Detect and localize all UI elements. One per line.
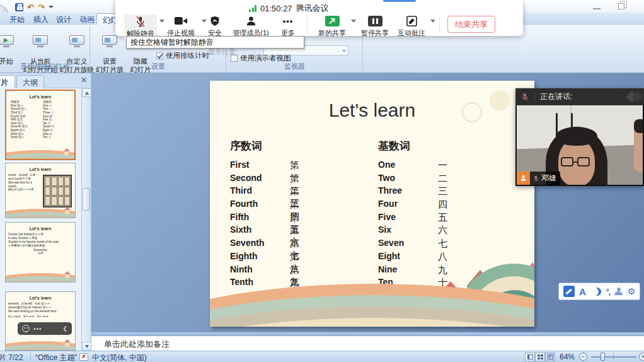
vocab-row: Seventh第七 bbox=[230, 238, 264, 251]
more-dots-icon[interactable]: ••• bbox=[33, 325, 42, 332]
vocab-en: Fourth bbox=[230, 199, 258, 209]
slide-thumbnail[interactable]: Let's learn October [ɒkˈtəʊbə(r)] n.十月 i… bbox=[5, 222, 76, 283]
minimize-icon bbox=[593, 4, 601, 9]
camera-icon bbox=[167, 15, 195, 27]
scrollbar-thumb[interactable] bbox=[83, 188, 90, 211]
scroll-up-button[interactable] bbox=[82, 88, 91, 97]
slide-indicator: 幻灯片 7/22 bbox=[0, 353, 23, 362]
customize-qat-icon[interactable] bbox=[49, 6, 54, 8]
manage-members-button[interactable]: 管理成员(1) bbox=[230, 15, 272, 38]
redo-icon[interactable]: ↷ bbox=[38, 3, 45, 11]
annotate-button[interactable]: 互动批注 bbox=[395, 15, 428, 38]
slide-sorter-button[interactable] bbox=[535, 353, 545, 361]
mute-tooltip: 按住空格键暂时解除静音 bbox=[126, 36, 304, 49]
slide-sorter-icon bbox=[538, 354, 543, 359]
vocab-en: Second bbox=[230, 173, 262, 183]
view-mode-buttons bbox=[525, 353, 555, 361]
security-button[interactable]: 安全 bbox=[208, 15, 222, 38]
slide-thumbnail[interactable]: Let's learn month [mʌnθ] n.月 next month下… bbox=[5, 163, 76, 218]
vocab-cn: 四 bbox=[438, 199, 447, 211]
calendar-grid-image bbox=[43, 175, 72, 207]
vocab-cn: 六 bbox=[438, 225, 447, 236]
annotate-options-caret[interactable] bbox=[430, 20, 435, 23]
notes-pane[interactable]: 单击此处添加备注 bbox=[91, 336, 644, 351]
zoom-slider-thumb[interactable] bbox=[601, 353, 605, 361]
slide-thumbnail[interactable]: Let's learn eleventh [ɪˈlevnθ] num.第十一 e… bbox=[5, 291, 76, 351]
zoom-slider-track[interactable] bbox=[591, 356, 636, 358]
ime-logo-icon[interactable] bbox=[563, 286, 575, 297]
divider bbox=[534, 92, 535, 102]
pause-share-button[interactable]: 暂停共享 bbox=[359, 15, 391, 38]
minimize-button[interactable] bbox=[593, 4, 601, 9]
thumb-footer: 第八 eighth 第九 ninth 第十 tenth bbox=[8, 315, 72, 318]
mic-options-caret[interactable] bbox=[159, 20, 164, 23]
vocab-cn: 九 bbox=[438, 264, 447, 276]
vocab-row: Fifth第五 bbox=[230, 212, 264, 225]
sidebar-tab-outline[interactable]: 大纲 bbox=[16, 75, 44, 88]
thumb-ordinals: 序数词 First 第一 Second 第二 Third 第三 Fourth 第… bbox=[11, 100, 28, 139]
tab-home[interactable]: 开始 bbox=[4, 13, 30, 25]
toolbar-divider bbox=[439, 17, 440, 32]
sidebar-tabs: 幻灯片 大纲 ✕ bbox=[0, 73, 91, 88]
sidebar-scrollbar[interactable] bbox=[81, 88, 91, 351]
vocab-cn: 七 bbox=[438, 238, 447, 250]
new-share-button[interactable]: 新的共享 bbox=[316, 15, 348, 38]
vocab-row: Ninth第九 bbox=[230, 264, 264, 277]
slide-title: Let's learn bbox=[210, 100, 534, 121]
thumb-waves-decoration bbox=[6, 148, 74, 159]
vocab-row: Third第三 bbox=[230, 185, 264, 199]
restore-button[interactable] bbox=[618, 3, 624, 9]
scroll-down-button[interactable] bbox=[82, 342, 91, 351]
sidebar-tab-slides[interactable]: 幻灯片 bbox=[0, 75, 15, 88]
zoom-in-button[interactable]: + bbox=[639, 353, 644, 361]
close-icon[interactable]: ✕ bbox=[81, 76, 87, 84]
slide-thumbnail-current[interactable]: Let's learn 序数词 First 第一 Second 第二 Third… bbox=[5, 90, 76, 160]
drag-handle[interactable] bbox=[383, 0, 416, 2]
mic-muted-small-icon bbox=[520, 92, 529, 102]
share-options-caret[interactable] bbox=[351, 20, 356, 23]
ime-punctuation-icon[interactable]: °, bbox=[606, 287, 610, 296]
ime-language-mode-icon[interactable]: A bbox=[579, 286, 586, 297]
more-button[interactable]: ••• 更多 bbox=[278, 15, 298, 38]
slide-canvas[interactable]: Let's learn 序数词 First第一 Second第二 Third第三… bbox=[210, 81, 534, 327]
vocab-en: Eight bbox=[378, 251, 400, 261]
pause-icon bbox=[359, 15, 391, 27]
ime-account-icon[interactable] bbox=[614, 288, 623, 296]
more-dots-icon: ••• bbox=[278, 15, 298, 27]
mic-muted-icon bbox=[127, 15, 154, 28]
normal-view-button[interactable] bbox=[525, 353, 535, 361]
tab-design[interactable]: 设计 bbox=[50, 13, 77, 25]
vocab-row: First第一 bbox=[230, 160, 264, 173]
ime-settings-gear-icon[interactable]: ⚙ bbox=[628, 286, 636, 296]
collapse-chevron-icon[interactable]: ❮ bbox=[62, 325, 67, 332]
mic-muted-tiny-icon bbox=[532, 175, 539, 182]
pause-share-label: 暂停共享 bbox=[359, 28, 391, 38]
new-share-label: 新的共享 bbox=[316, 28, 348, 38]
stop-video-button[interactable]: 停止视频 bbox=[167, 15, 195, 38]
video-options-caret[interactable] bbox=[202, 20, 207, 23]
save-icon[interactable] bbox=[15, 3, 23, 11]
thumb-text: eleventh [ɪˈlevnθ] num.第十一 eleven(数字11)+… bbox=[8, 302, 72, 313]
input-method-bar: A °, ⚙ bbox=[558, 283, 640, 300]
zoom-out-button[interactable]: − bbox=[579, 353, 587, 361]
meeting-toolbar: 01:50:27 腾讯会议 解除静音 停止视频 安全 bbox=[115, 0, 523, 36]
vocab-row: Fourth第四 bbox=[230, 199, 264, 212]
rehearse-timings-checkbox[interactable]: 使用排练计时 bbox=[156, 51, 209, 61]
monitor-setup-icon bbox=[101, 35, 118, 49]
quick-access-toolbar: ↶ ↷ bbox=[15, 1, 54, 13]
webcam-panel[interactable]: 正在讲话: bbox=[515, 88, 644, 186]
vocab-row: Tenth第十 bbox=[230, 277, 264, 290]
vocab-en: Ninth bbox=[230, 264, 253, 274]
ime-fullwidth-moon-icon[interactable] bbox=[590, 288, 599, 296]
from-beginning-button[interactable]: 开始 bbox=[0, 27, 20, 66]
slideshow-view-button[interactable] bbox=[545, 353, 555, 361]
cardinals-column: 基数词 One一 Two二 Three三 Four四 Five五 Six六 Se… bbox=[378, 139, 410, 290]
webcam-header: 正在讲话: bbox=[515, 88, 644, 105]
spellcheck-icon[interactable]: ✗ bbox=[79, 353, 88, 361]
glasses bbox=[561, 157, 590, 166]
undo-icon[interactable]: ↶ bbox=[27, 3, 34, 11]
end-share-button[interactable]: 结束共享 bbox=[447, 16, 495, 33]
reaction-mini-bar[interactable]: ••• ❮ bbox=[18, 322, 72, 335]
smiley-icon[interactable] bbox=[22, 325, 30, 332]
person-icon bbox=[230, 15, 272, 27]
